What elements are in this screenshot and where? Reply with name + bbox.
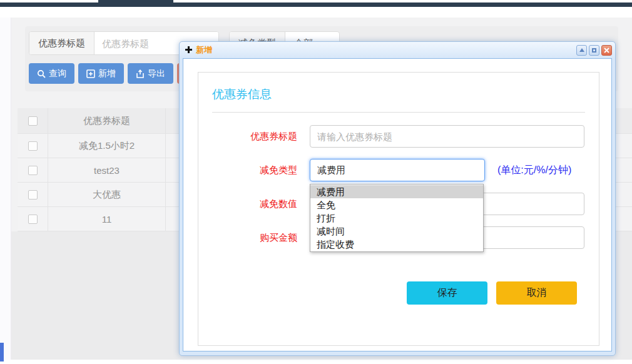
dropdown-option[interactable]: 打折 (310, 211, 483, 225)
modal-content: 优惠券信息 优惠券标题 减免类型 减费用 (单位:元/%/分钟) 减免数值 购买… (183, 58, 612, 351)
row-title-cell: 11 (48, 207, 166, 231)
export-icon (136, 69, 145, 78)
purchase-amount-label: 购买金额 (198, 226, 297, 249)
row-title-cell: 大优惠 (48, 183, 166, 206)
dropdown-option[interactable]: 减费用 (310, 185, 483, 198)
maximize-icon[interactable] (589, 45, 599, 56)
plus-square-icon (86, 69, 95, 78)
discount-type-row: 减免类型 减费用 (单位:元/%/分钟) (198, 159, 599, 181)
row-checkbox[interactable] (28, 215, 38, 224)
row-checkbox-cell (18, 134, 48, 158)
left-page-margin (0, 18, 11, 360)
dropdown-option[interactable]: 减时间 (310, 225, 483, 238)
add-coupon-modal: 新增 优惠券信息 优惠券标题 减免类型 减费用 (179, 41, 616, 356)
search-button-label: 查询 (49, 68, 66, 79)
search-icon (37, 69, 46, 78)
export-button-label: 导出 (148, 68, 165, 79)
row-checkbox-cell (18, 207, 48, 231)
discount-type-dropdown: 减费用 全免 打折 减时间 指定收费 (310, 184, 484, 252)
section-title: 优惠券信息 (212, 86, 272, 103)
title-column-header: 优惠券标题 (48, 108, 166, 133)
add-button[interactable]: 新增 (78, 63, 124, 84)
select-all-cell (18, 108, 48, 133)
row-title-cell: test23 (48, 158, 166, 182)
section-divider (212, 112, 585, 113)
cancel-button[interactable]: 取消 (496, 281, 577, 305)
bottom-left-accent (0, 343, 4, 361)
select-all-checkbox[interactable] (28, 116, 38, 126)
search-button[interactable]: 查询 (29, 63, 74, 84)
coupon-info-panel: 优惠券信息 优惠券标题 减免类型 减费用 (单位:元/%/分钟) 减免数值 购买… (198, 72, 599, 346)
dropdown-option[interactable]: 指定收费 (310, 238, 483, 251)
coupon-title-input[interactable] (310, 125, 584, 148)
row-checkbox-cell (18, 158, 48, 182)
coupon-title-label: 优惠券标题 (198, 125, 297, 148)
modal-titlebar[interactable]: 新增 (180, 42, 615, 58)
add-button-label: 新增 (98, 68, 116, 79)
row-title-cell: 减免1.5小时2 (48, 134, 166, 158)
coupon-title-row: 优惠券标题 (198, 125, 599, 148)
export-button[interactable]: 导出 (128, 63, 173, 84)
discount-type-select[interactable]: 减费用 (310, 159, 485, 181)
save-button[interactable]: 保存 (407, 281, 487, 305)
discount-value-label: 减免数值 (198, 193, 297, 215)
discount-type-label: 减免类型 (198, 159, 297, 181)
dropdown-option[interactable]: 全免 (310, 198, 483, 211)
row-checkbox-cell (18, 183, 48, 206)
row-checkbox[interactable] (28, 190, 38, 200)
top-navy-bar (0, 3, 632, 7)
plus-icon (185, 44, 192, 56)
coupon-title-filter-label: 优惠券标题 (29, 32, 94, 54)
modal-title: 新增 (196, 44, 212, 56)
minimize-icon[interactable] (576, 45, 587, 56)
row-checkbox[interactable] (28, 141, 38, 151)
close-icon[interactable] (601, 45, 612, 56)
unit-hint: (单位:元/%/分钟) (497, 159, 571, 181)
row-checkbox[interactable] (28, 166, 38, 175)
